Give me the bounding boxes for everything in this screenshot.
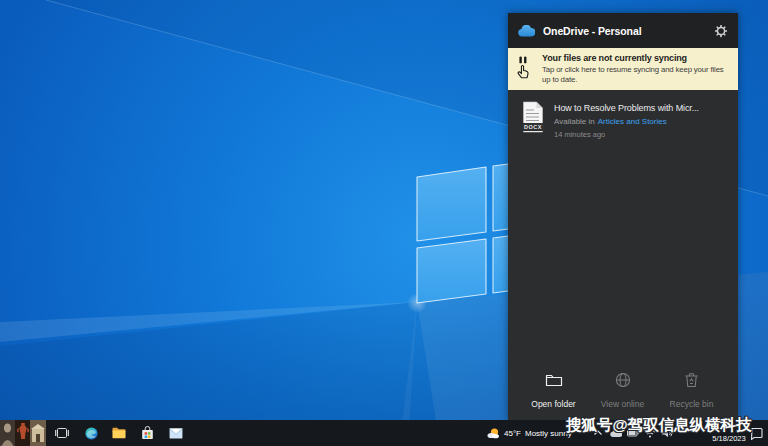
panel-action-bar: Open folder View online [508, 363, 738, 420]
weather-widget[interactable]: 45°F Mostly sunny [487, 420, 572, 446]
file-location-link[interactable]: Articles and Stories [598, 117, 667, 126]
sync-banner-title: Your files are not currently syncing [542, 53, 724, 63]
file-title: How to Resolve Problems with Micr... [554, 103, 699, 113]
onedrive-cloud-icon [518, 25, 535, 37]
search-highlights-image[interactable] [0, 420, 46, 446]
folder-icon [545, 372, 563, 390]
recycle-bin-button[interactable]: Recycle bin [657, 372, 726, 420]
docx-badge: DOCX [522, 123, 544, 131]
settings-gear-icon[interactable] [714, 24, 728, 38]
watermark-text: 搜狐号@驾驭信息纵横科技 [566, 417, 752, 433]
file-text: How to Resolve Problems with Micr... Ava… [554, 101, 699, 139]
date-label: 5/18/2023 [712, 434, 745, 443]
task-view-icon[interactable] [55, 420, 69, 446]
docx-file-icon: DOCX [522, 101, 544, 134]
file-timestamp: 14 minutes ago [554, 130, 699, 139]
open-folder-button[interactable]: Open folder [519, 372, 588, 420]
recycle-bin-icon [684, 372, 699, 390]
store-icon[interactable] [140, 420, 154, 446]
panel-title: OneDrive - Personal [543, 25, 641, 37]
sync-paused-banner[interactable]: Your files are not currently syncing Tap… [508, 48, 738, 90]
weather-condition-label: Mostly sunny [525, 429, 572, 438]
mail-icon[interactable] [169, 420, 183, 446]
sync-paused-icon [515, 53, 534, 80]
globe-icon [615, 372, 631, 390]
activity-list: DOCX How to Resolve Problems with Micr..… [508, 90, 738, 363]
weather-icon [487, 427, 500, 440]
onedrive-header: OneDrive - Personal [508, 13, 738, 48]
view-online-button[interactable]: View online [588, 372, 657, 420]
file-activity-item[interactable]: DOCX How to Resolve Problems with Micr..… [508, 98, 738, 142]
edge-icon[interactable] [84, 420, 98, 446]
onedrive-flyout: OneDrive - Personal [508, 13, 738, 420]
desktop: OneDrive - Personal [0, 0, 768, 446]
sync-banner-text: Your files are not currently syncing Tap… [542, 53, 724, 86]
file-location-prefix: Available in [554, 117, 595, 126]
file-explorer-icon[interactable] [112, 420, 126, 446]
temperature-label: 45°F [504, 429, 521, 438]
sync-banner-description: Tap or click here to resume syncing and … [542, 65, 724, 84]
